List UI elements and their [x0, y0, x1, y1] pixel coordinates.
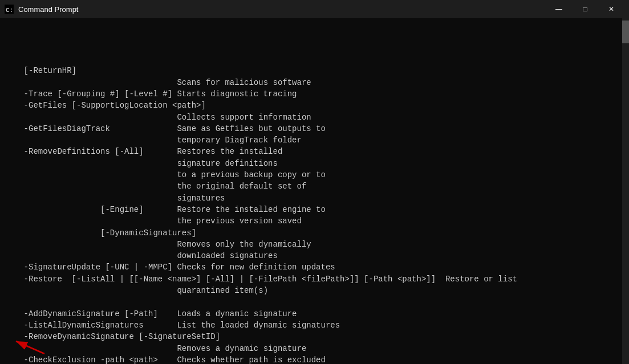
title-bar-controls: — □ ✕: [546, 0, 624, 18]
content-wrapper: [-ReturnHR] Scans for malicious software…: [0, 18, 629, 364]
window: C: Command Prompt — □ ✕ [-ReturnHR] Scan…: [0, 0, 629, 364]
window-title: Command Prompt: [18, 5, 78, 14]
scrollbar-thumb[interactable]: [622, 21, 629, 43]
title-bar-left: C: Command Prompt: [5, 5, 78, 14]
cmd-icon: C:: [5, 5, 14, 14]
svg-text:C:: C:: [6, 7, 13, 14]
terminal-content[interactable]: [-ReturnHR] Scans for malicious software…: [0, 18, 622, 364]
maximize-button[interactable]: □: [572, 0, 598, 18]
terminal-text-area: [-ReturnHR] Scans for malicious software…: [5, 43, 618, 364]
title-bar: C: Command Prompt — □ ✕: [0, 0, 629, 18]
minimize-button[interactable]: —: [546, 0, 572, 18]
terminal-output: [-ReturnHR] Scans for malicious software…: [5, 65, 618, 364]
close-button[interactable]: ✕: [598, 0, 624, 18]
scrollbar[interactable]: [622, 18, 629, 364]
